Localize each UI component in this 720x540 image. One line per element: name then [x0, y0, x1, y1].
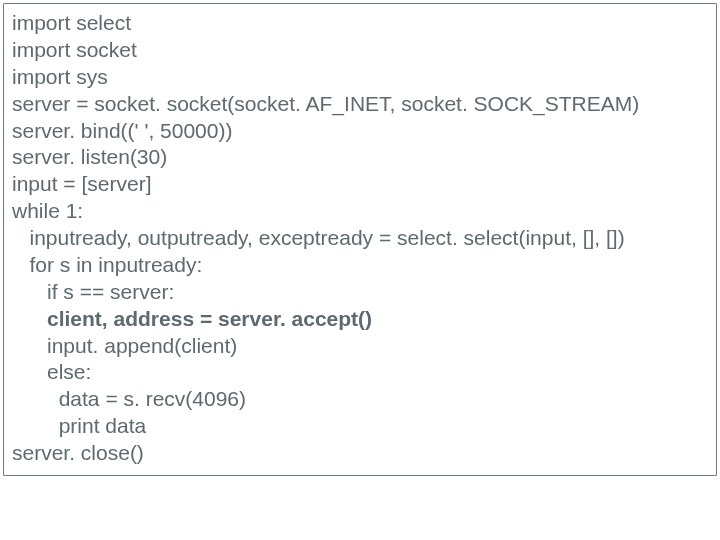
code-line: input. append(client)	[12, 333, 708, 360]
code-container: import select import socket import sys s…	[3, 3, 717, 476]
code-line: server. listen(30)	[12, 144, 708, 171]
code-line: while 1:	[12, 198, 708, 225]
code-line: import sys	[12, 64, 708, 91]
code-line: import select	[12, 10, 708, 37]
code-line: server. bind((' ', 50000))	[12, 118, 708, 145]
code-line: data = s. recv(4096)	[12, 386, 708, 413]
code-line-highlight: client, address = server. accept()	[12, 306, 708, 333]
code-line: else:	[12, 359, 708, 386]
code-line: if s == server:	[12, 279, 708, 306]
code-line: for s in inputready:	[12, 252, 708, 279]
code-line: server. close()	[12, 440, 708, 467]
code-line: import socket	[12, 37, 708, 64]
code-line: input = [server]	[12, 171, 708, 198]
code-line: print data	[12, 413, 708, 440]
code-line: inputready, outputready, exceptready = s…	[12, 225, 708, 252]
code-line: server = socket. socket(socket. AF_INET,…	[12, 91, 708, 118]
